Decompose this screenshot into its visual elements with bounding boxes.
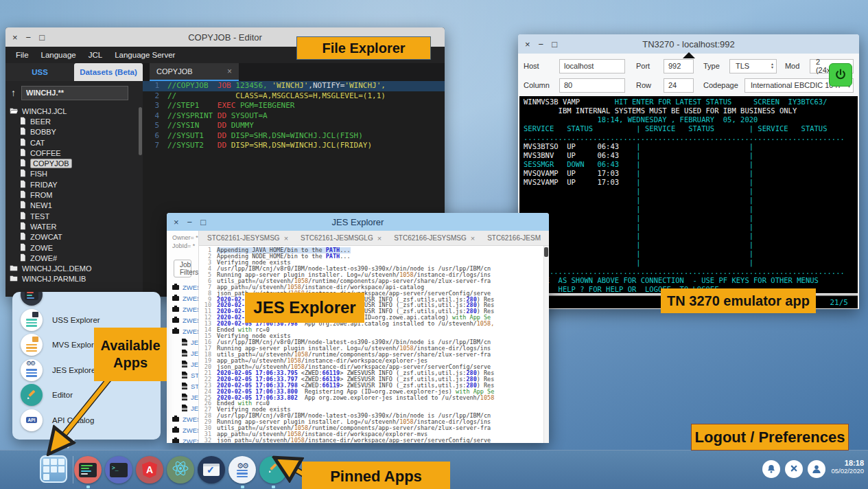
preferences-button[interactable] <box>785 460 803 478</box>
launcher-item-editor[interactable]: Editor <box>21 383 161 408</box>
menu-item-language-server[interactable]: Language Server <box>108 51 181 59</box>
spool-file-item[interactable]: STDERR <box>172 380 198 391</box>
tree-item[interactable]: WINCHJ.JCL.DEMO <box>10 263 143 273</box>
spool-tab[interactable]: STC62166-JESYSMSG× <box>394 234 475 242</box>
job-item-label: ZWES2SV:STC6 <box>183 328 199 335</box>
tab-copyjob[interactable]: COPYJOB × <box>150 63 239 81</box>
spool-tab[interactable]: STC62166-JESM <box>487 234 541 242</box>
job-item[interactable]: ZWES2SV:STC6 <box>172 413 198 424</box>
terminal-line: MVSQVAMP UP 17:03 | | <box>524 169 854 178</box>
tree-item[interactable]: COFFEE <box>10 148 143 158</box>
tree-item[interactable]: CAT <box>10 137 143 148</box>
job-icon <box>172 307 179 312</box>
tree-item[interactable]: BOBBY <box>10 127 143 137</box>
tree-scrollbar[interactable] <box>139 107 142 155</box>
tab-datasets-beta-[interactable]: Datasets (Beta) <box>74 63 143 81</box>
job-item[interactable]: ZWES2SV:STC6 <box>172 326 198 337</box>
admin-app-icon[interactable]: ✓ <box>198 456 225 484</box>
tree-item[interactable]: FRIDAY <box>10 179 143 190</box>
tree-item[interactable]: ZOWCAT <box>10 232 143 242</box>
job-item-label: ZWES2SV:STC6 <box>183 284 199 291</box>
tree-item[interactable]: WINCHJ.PARMLIB <box>10 274 143 284</box>
react-app-icon[interactable] <box>167 456 194 484</box>
tree-item-label: FRIDAY <box>30 181 58 189</box>
tree-item[interactable]: WATER <box>10 221 143 231</box>
menu-item-file[interactable]: File <box>10 51 35 59</box>
folder-open-icon <box>10 106 18 116</box>
angular-app-icon[interactable]: A <box>136 456 163 484</box>
tab-close-icon[interactable]: × <box>227 67 232 76</box>
launcher-item-cropped[interactable] <box>21 292 161 308</box>
tree-item-label: WINCHJ.PARMLIB <box>22 275 86 283</box>
collapse-triangle-icon[interactable] <box>683 52 695 58</box>
vt-terminal-app-icon[interactable]: >_ <box>105 456 132 484</box>
mvs-app-icon <box>21 334 43 356</box>
tree-item-label: FROM <box>30 191 52 199</box>
tab-close-icon[interactable]: × <box>284 234 288 242</box>
tree-item[interactable]: ZOWE# <box>10 253 143 263</box>
job-item[interactable]: ZWESECUR:JOI <box>172 435 198 443</box>
job-item[interactable]: ZWES2SV:STC6 <box>172 293 198 304</box>
host-input[interactable] <box>559 59 625 73</box>
menu-item-jcl[interactable]: JCL <box>82 51 108 59</box>
tree-item[interactable]: BEER <box>10 116 143 126</box>
menu-item-language[interactable]: Language <box>35 51 82 59</box>
type-select[interactable]: TLS ▴▾ <box>729 59 777 73</box>
tree-item[interactable]: TEST <box>10 211 143 221</box>
spool-file-item[interactable]: JESYSMSG <box>172 402 198 413</box>
job-item[interactable]: ZWES2SV:STC6 <box>172 315 198 326</box>
spool-file-item[interactable]: JESYSMSG <box>172 359 198 369</box>
log-scrollbar[interactable] <box>543 246 549 443</box>
tab-close-icon[interactable]: × <box>377 234 382 242</box>
job-filters-dropdown[interactable]: Job Filters ▾ <box>174 260 191 277</box>
port-input[interactable] <box>664 59 694 73</box>
jes-window-title: JES Explorer <box>167 217 549 227</box>
tree-item-label: FISH <box>30 170 47 178</box>
annotation-logout-preferences: Logout / Preferences <box>691 424 849 451</box>
terminal-line: SERVICE STATUS | SERVICE STATUS | SERVIC… <box>524 124 854 133</box>
launcher-item-label: API Catalog <box>52 416 94 424</box>
spool-file-item[interactable]: JESMSGLG <box>172 391 198 402</box>
job-icon <box>172 296 179 301</box>
tree-item-label: CAT <box>30 139 45 147</box>
job-item[interactable]: ZWES2SV:STC6 <box>172 282 198 293</box>
job-filters-label: Job Filters <box>180 261 198 276</box>
cursor-position: 21/5 <box>830 298 849 307</box>
spool-log[interactable]: 1Appending JAVA_HOME/bin to the PATH...2… <box>199 246 549 443</box>
tn3270-app-icon[interactable] <box>74 456 102 484</box>
spool-file-icon <box>182 383 187 389</box>
tree-item[interactable]: FROM <box>10 190 143 200</box>
launcher-item-api-catalog[interactable]: APIAPI Catalog <box>21 408 161 433</box>
column-input[interactable] <box>559 78 625 93</box>
dataset-search-input[interactable] <box>21 86 128 100</box>
terminal-line: MVS2VAMP UP 17:03 | | <box>524 178 854 187</box>
jes-explorer-app-icon[interactable]: ⚙⚙ <box>228 456 256 484</box>
spool-tab[interactable]: STC62161-JESMSGLG× <box>301 234 382 242</box>
jes-explorer-window: × − □ JES Explorer Owner= * Prefix= ZWE*… <box>167 213 549 443</box>
tree-item[interactable]: COPYJOB <box>10 158 143 168</box>
tree-item[interactable]: FISH <box>10 169 143 179</box>
spool-file-item[interactable]: JESJCL <box>172 348 198 359</box>
tree-item[interactable]: ZOWE <box>10 242 143 253</box>
app-launcher-button[interactable] <box>40 455 67 483</box>
row-input[interactable] <box>664 78 694 93</box>
job-item[interactable]: ZWES2SV:STC6 <box>172 424 198 435</box>
job-item[interactable]: ZWES2SV:STC6 <box>172 304 198 315</box>
user-logout-button[interactable] <box>808 460 825 478</box>
editor-app-icon[interactable] <box>259 456 287 484</box>
notifications-button[interactable] <box>762 460 780 478</box>
tab-close-icon[interactable]: × <box>471 234 475 242</box>
tree-item-label: TEST <box>30 212 49 220</box>
power-button[interactable] <box>829 63 852 87</box>
annotation-file-explorer: File Explorer <box>296 36 431 60</box>
running-indicator <box>86 486 90 488</box>
tree-item[interactable]: NEW1 <box>10 201 143 211</box>
tree-item[interactable]: WINCHJ.JCL <box>10 106 143 116</box>
terminal-screen[interactable]: WINMVS3B VAMP HIT ENTER FOR LATEST STATU… <box>519 96 858 293</box>
collapse-up-icon[interactable]: ↑ <box>11 87 16 98</box>
spool-file-item[interactable]: JESMSGLG <box>172 337 198 348</box>
line-number: 4 <box>143 111 167 122</box>
spool-tab[interactable]: STC62161-JESYSMSG× <box>207 234 288 242</box>
tab-uss[interactable]: USS <box>5 63 74 81</box>
spool-file-item[interactable]: STDOUT <box>172 369 198 380</box>
